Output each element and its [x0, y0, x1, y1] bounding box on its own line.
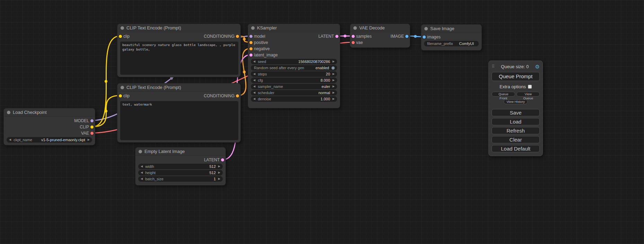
node-title-bar[interactable]: KSampler	[248, 24, 340, 32]
widget-control-after-generate[interactable]: Random seed after every gen enabled	[251, 65, 337, 71]
increment-arrow-icon[interactable]: ▶	[218, 165, 220, 168]
input-port-images[interactable]	[423, 36, 426, 39]
node-save-image[interactable]: Save Image images filename_prefix ComfyU…	[421, 24, 482, 51]
extra-options-checkbox[interactable]	[528, 85, 532, 89]
toggle-dot-icon[interactable]	[332, 66, 335, 70]
collapse-dot-icon[interactable]	[251, 26, 255, 30]
node-title-bar[interactable]: Load Checkpoint	[4, 108, 95, 117]
output-port-clip[interactable]	[90, 126, 94, 129]
node-title-bar[interactable]: Empty Latent Image	[135, 147, 226, 156]
widget-value: v1-5-pruned-emaonly.ckpt	[39, 138, 88, 142]
graph-canvas[interactable]: Load Checkpoint MODEL CLIP VAE ◀ ckpt_na…	[0, 0, 644, 244]
collapse-dot-icon[interactable]	[353, 26, 357, 30]
collapse-dot-icon[interactable]	[121, 26, 124, 30]
node-title-bar[interactable]: CLIP Text Encode (Prompt)	[117, 24, 240, 32]
node-title: CLIP Text Encode (Prompt)	[126, 25, 181, 30]
node-ksampler[interactable]: KSampler model LATENT positive negative …	[248, 24, 340, 108]
load-button[interactable]: Load	[492, 118, 540, 125]
decrement-arrow-icon[interactable]: ◀	[253, 60, 255, 63]
output-port-conditioning[interactable]	[236, 94, 239, 98]
input-port-negative[interactable]	[249, 47, 253, 51]
widget-value: euler	[319, 84, 332, 89]
output-port-latent[interactable]	[335, 35, 338, 38]
collapse-dot-icon[interactable]	[7, 111, 10, 114]
widget-sampler-name[interactable]: ◀ sampler_name euler ▶	[251, 84, 337, 89]
input-label-latent-image: latent_image	[254, 53, 278, 57]
widget-name: filename_prefix	[427, 42, 453, 46]
widget-denoise[interactable]: ◀ denoise 1.000 ▶	[251, 96, 337, 102]
node-title: CLIP Text Encode (Prompt)	[126, 85, 181, 90]
input-port-vae[interactable]	[352, 41, 355, 44]
queue-front-button[interactable]: Queue Front	[492, 92, 515, 97]
load-default-button[interactable]: Load Default	[492, 145, 540, 152]
view-queue-button[interactable]: View Queue	[517, 92, 540, 97]
increment-arrow-icon[interactable]: ▶	[333, 98, 335, 100]
widget-name: sampler_name	[258, 84, 283, 89]
node-load-checkpoint[interactable]: Load Checkpoint MODEL CLIP VAE ◀ ckpt_na…	[3, 108, 95, 145]
input-port-latent-image[interactable]	[249, 54, 253, 57]
settings-gear-icon[interactable]: ⚙	[535, 64, 540, 69]
node-vae-decode[interactable]: VAE Decode samples IMAGE vae	[350, 24, 410, 48]
output-port-conditioning[interactable]	[236, 35, 239, 38]
widget-steps[interactable]: ◀ steps 20 ▶	[251, 71, 337, 77]
collapse-dot-icon[interactable]	[424, 27, 428, 30]
output-label-latent: LATENT	[204, 157, 220, 162]
widget-value: ComfyUI	[457, 42, 476, 46]
decrement-arrow-icon[interactable]: ◀	[141, 171, 143, 174]
decrement-arrow-icon[interactable]: ◀	[253, 73, 255, 75]
node-title-bar[interactable]: CLIP Text Encode (Prompt)	[117, 83, 240, 92]
decrement-arrow-icon[interactable]: ◀	[253, 91, 255, 94]
widget-width[interactable]: ◀ width 512 ▶	[138, 164, 223, 169]
increment-arrow-icon[interactable]: ▶	[218, 171, 220, 174]
increment-arrow-icon[interactable]: ▶	[333, 85, 335, 88]
decrement-arrow-icon[interactable]: ◀	[9, 138, 11, 141]
input-port-samples[interactable]	[352, 35, 355, 38]
node-title-bar[interactable]: VAE Decode	[350, 24, 410, 32]
increment-arrow-icon[interactable]: ▶	[333, 79, 335, 82]
refresh-button[interactable]: Refresh	[492, 127, 540, 134]
input-label-clip: clip	[123, 93, 130, 98]
increment-arrow-icon[interactable]: ▶	[333, 91, 335, 94]
output-port-model[interactable]	[90, 119, 94, 123]
decrement-arrow-icon[interactable]: ◀	[253, 98, 255, 100]
increment-arrow-icon[interactable]: ▶	[218, 178, 220, 180]
input-port-model[interactable]	[249, 35, 253, 38]
decrement-arrow-icon[interactable]: ◀	[253, 79, 255, 82]
increment-arrow-icon[interactable]: ▶	[333, 60, 335, 63]
widget-cfg[interactable]: ◀ cfg 8.000 ▶	[251, 78, 337, 83]
output-label-conditioning: CONDITIONING	[204, 93, 235, 98]
widget-batch-size[interactable]: ◀ batch_size 1 ▶	[138, 176, 223, 182]
link-midpoint-dot	[344, 35, 346, 37]
node-clip-text-encode-negative[interactable]: CLIP Text Encode (Prompt) clip CONDITION…	[117, 83, 241, 143]
view-history-button[interactable]: View History	[504, 99, 528, 104]
decrement-arrow-icon[interactable]: ◀	[141, 178, 143, 180]
queue-prompt-button[interactable]: Queue Prompt	[492, 72, 540, 81]
widget-filename-prefix[interactable]: filename_prefix ComfyUI	[424, 41, 479, 46]
output-port-vae[interactable]	[90, 132, 94, 135]
output-port-latent[interactable]	[221, 159, 224, 162]
decrement-arrow-icon[interactable]: ◀	[253, 85, 255, 88]
save-button[interactable]: Save	[492, 109, 540, 116]
clear-button[interactable]: Clear	[492, 136, 540, 143]
output-port-image[interactable]	[405, 35, 408, 38]
widget-value: 20	[324, 72, 333, 76]
input-port-clip[interactable]	[119, 94, 122, 98]
node-clip-text-encode-positive[interactable]: CLIP Text Encode (Prompt) clip CONDITION…	[117, 24, 241, 77]
prompt-textarea[interactable]: beautiful scenery nature glass bottle la…	[120, 42, 238, 75]
node-title-bar[interactable]: Save Image	[421, 25, 482, 33]
widget-height[interactable]: ◀ height 512 ▶	[138, 170, 223, 175]
collapse-dot-icon[interactable]	[139, 150, 142, 153]
input-port-clip[interactable]	[119, 35, 122, 38]
prompt-textarea[interactable]: text, watermark	[120, 101, 238, 140]
drag-handle-icon[interactable]: ⠿	[492, 64, 495, 69]
increment-arrow-icon[interactable]: ▶	[333, 73, 335, 75]
widget-seed[interactable]: ◀ seed 156680208700286 ▶	[251, 59, 337, 64]
decrement-arrow-icon[interactable]: ◀	[141, 165, 143, 168]
collapse-dot-icon[interactable]	[121, 86, 124, 89]
widget-value: 1.000	[318, 97, 333, 101]
widget-ckpt-name[interactable]: ◀ ckpt_name v1-5-pruned-emaonly.ckpt ▶	[7, 137, 92, 143]
widget-scheduler[interactable]: ◀ scheduler normal ▶	[251, 90, 337, 96]
input-port-positive[interactable]	[249, 41, 253, 44]
increment-arrow-icon[interactable]: ▶	[88, 138, 90, 141]
node-empty-latent-image[interactable]: Empty Latent Image LATENT ◀ width 512 ▶ …	[135, 147, 226, 186]
